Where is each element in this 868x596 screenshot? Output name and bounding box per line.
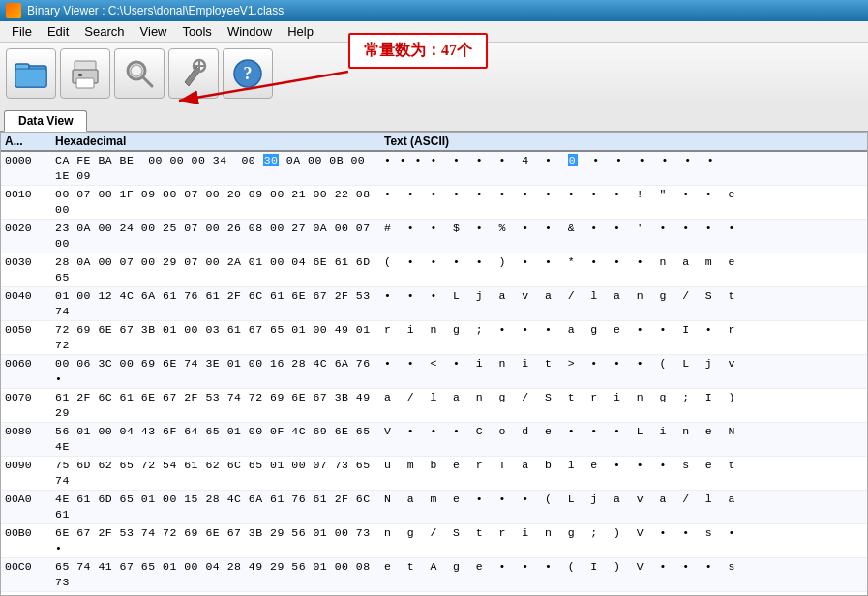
- menu-search[interactable]: Search: [76, 22, 132, 41]
- col-address: A...: [5, 134, 55, 148]
- table-row: 00C0 65 74 41 67 65 01 00 04 28 49 29 56…: [1, 558, 867, 592]
- tools-button[interactable]: [168, 48, 219, 99]
- svg-rect-5: [76, 78, 94, 88]
- table-row: 0040 01 00 12 4C 6A 61 76 61 2F 6C 61 6E…: [1, 287, 867, 321]
- table-row: 00A0 4E 61 6D 65 01 00 15 28 4C 6A 61 76…: [1, 491, 867, 524]
- table-row: 00B0 6E 67 2F 53 74 72 69 6E 67 3B 29 56…: [1, 524, 867, 558]
- open-button[interactable]: [6, 48, 56, 99]
- col-hex: Hexadecimal: [55, 134, 384, 148]
- help-button[interactable]: ?: [223, 48, 273, 99]
- table-row: 0020 23 0A 00 24 00 25 07 00 26 08 00 27…: [1, 220, 867, 253]
- svg-point-9: [131, 65, 142, 76]
- menu-file[interactable]: File: [4, 22, 40, 41]
- table-row: 0010 00 07 00 1F 09 00 07 00 20 09 00 21…: [1, 186, 867, 220]
- svg-rect-2: [15, 69, 46, 87]
- svg-text:?: ?: [244, 64, 253, 83]
- column-headers: A... Hexadecimal Text (ASCII): [1, 133, 867, 152]
- table-row: 0060 00 06 3C 00 69 6E 74 3E 01 00 16 28…: [1, 355, 867, 389]
- table-row: 0050 72 69 6E 67 3B 01 00 03 61 67 65 01…: [1, 321, 867, 355]
- menu-view[interactable]: View: [133, 22, 175, 41]
- callout-text: 常量数为：47个: [364, 42, 472, 58]
- col-text: Text (ASCII): [384, 134, 863, 148]
- table-row: 0090 75 6D 62 65 72 54 61 62 6C 65 01 00…: [1, 457, 867, 491]
- app-icon: [6, 3, 21, 18]
- title-bar: Binary Viewer : C:\Users\donal\EmployeeV…: [0, 0, 868, 21]
- window-title: Binary Viewer : C:\Users\donal\EmployeeV…: [27, 4, 284, 17]
- search-button[interactable]: [114, 48, 165, 99]
- table-row: 00D0 61 79 48 65 6C 6C 6F 01 00 03 28 29…: [1, 592, 867, 596]
- callout-box: 常量数为：47个: [348, 33, 488, 69]
- menu-help[interactable]: Help: [280, 22, 321, 41]
- table-row: 0030 28 0A 00 07 00 29 07 00 2A 01 00 04…: [1, 253, 867, 287]
- callout-container: 常量数为：47个: [348, 33, 488, 69]
- data-view[interactable]: A... Hexadecimal Text (ASCII) 0000 CA FE…: [0, 132, 868, 596]
- svg-line-8: [143, 77, 152, 86]
- menu-edit[interactable]: Edit: [40, 22, 76, 41]
- table-row: 0000 CA FE BA BE 00 00 00 34 00 30 0A 00…: [1, 152, 867, 186]
- print-button[interactable]: [60, 48, 110, 99]
- table-row: 0070 61 2F 6C 61 6E 67 2F 53 74 72 69 6E…: [1, 389, 867, 423]
- tab-data-view[interactable]: Data View: [4, 110, 87, 132]
- menu-window[interactable]: Window: [220, 22, 280, 41]
- toolbar: ? 常量数为：47个: [0, 43, 868, 104]
- tab-bar: Data View: [0, 104, 868, 132]
- menu-tools[interactable]: Tools: [175, 22, 220, 41]
- svg-rect-6: [78, 74, 82, 76]
- table-row: 0080 56 01 00 04 43 6F 64 65 01 00 0F 4C…: [1, 423, 867, 457]
